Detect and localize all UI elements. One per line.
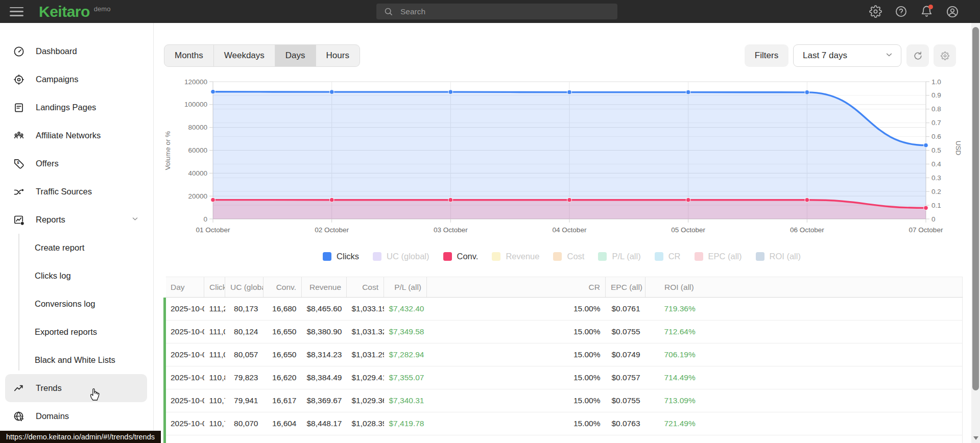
svg-text:01 October: 01 October [196,226,230,234]
table-row: 2025-10-01111,2180,17316,680$8,465.60$1,… [165,298,963,321]
cell-cost: $1,031.3216 [347,321,384,343]
cell-conv: 16,680 [264,298,302,321]
cell-uc-global: 44,457 [225,435,264,443]
sidebar-item-landings-pages[interactable]: Landings Pages [0,93,153,121]
legend-item-uc-global[interactable]: UC (global) [373,252,429,261]
sidebar-item-label: Reports [36,215,65,225]
app-logo[interactable]: Keitaro [39,0,90,23]
column-header-p-l-all[interactable]: P/L (all) [384,277,427,298]
cell-cost: $1,031.2928 [347,343,384,366]
sidebar-item-exported-reports[interactable]: Exported reports [0,318,153,346]
sidebar-item-clicks-log[interactable]: Clicks log [0,262,153,290]
cell-uc-global: 80,070 [225,412,264,435]
cell-day: 2025-10-01 [165,298,204,321]
global-search[interactable] [376,4,617,19]
sidebar-item-create-report[interactable]: Create report [0,234,153,262]
svg-text:0.9: 0.9 [931,91,941,99]
offers-icon: $ [13,158,25,170]
cell-cost: $597.0690 [347,435,384,443]
table-row: 2025-10-05110,7979,94116,617$8,369.67$1,… [165,389,963,412]
cell-cr: 15.00% [427,366,606,389]
sidebar-item-label: Domains [36,411,69,421]
svg-text:06 October: 06 October [790,226,824,234]
sidebar-item-black-and-white-lists[interactable]: Black and White Lists [0,346,153,374]
legend-item-p-l-all[interactable]: P/L (all) [598,252,640,261]
sidebar-item-conversions-log[interactable]: Conversions log [0,290,153,318]
user-icon [946,5,959,18]
column-header-revenue[interactable]: Revenue [302,277,347,298]
search-input[interactable] [399,7,617,17]
sidebar-item-label: Trends [36,383,62,393]
cell-uc-global: 80,057 [225,343,264,366]
help-button[interactable] [894,5,908,18]
trends-chart: 02000040000600008000010000012000000.10.2… [153,71,970,245]
date-range-select[interactable]: Last 7 days [793,44,901,67]
chart-settings-button[interactable] [934,44,956,67]
sidebar-item-campaigns[interactable]: Campaigns [0,65,153,93]
svg-text:05 October: 05 October [671,226,705,234]
tab-days[interactable]: Days [275,45,316,66]
legend-item-revenue[interactable]: Revenue [492,252,539,261]
notifications-button[interactable] [920,5,934,18]
cell-uc-global: 80,173 [225,298,264,321]
cell-revenue: $8,465.60 [302,298,347,321]
column-header-uc-global[interactable]: UC (global) [225,277,264,298]
legend-item-roi-all[interactable]: ROI (all) [756,252,801,261]
chevron-down-icon [885,51,893,61]
legend-item-cost[interactable]: Cost [553,252,584,261]
column-header-cr[interactable]: CR [427,277,606,298]
column-header-conv[interactable]: Conv. [264,277,302,298]
profile-button[interactable] [945,5,959,18]
sidebar-item-offers[interactable]: $Offers [0,150,153,178]
legend-swatch [443,252,452,261]
column-header-roi-all[interactable]: ROI (all) [646,277,963,298]
table-row: 2025-10-04110,8079,82316,620$8,384.49$1,… [165,366,963,389]
legend-item-conv[interactable]: Conv. [443,252,479,261]
legend-item-cr[interactable]: CR [655,252,681,261]
legend-item-epc-all[interactable]: EPC (all) [695,252,742,261]
sidebar-item-dashboard[interactable]: Dashboard [0,37,153,65]
legend-swatch [323,252,331,261]
legend-item-clicks[interactable]: Clicks [323,252,359,261]
svg-text:120000: 120000 [184,78,207,86]
cell-cr: 15.00% [427,321,606,343]
svg-text:0.7: 0.7 [931,119,941,127]
chevron-down-icon [131,215,139,225]
tab-months[interactable]: Months [164,45,214,66]
gear-icon [869,5,882,18]
page-scrollbar[interactable] [971,23,980,443]
legend-swatch [598,252,607,261]
sidebar-item-trends[interactable]: Trends [5,374,147,402]
topbar: Keitaro demo [0,0,980,23]
column-header-clicks[interactable]: Clicks [204,277,225,298]
cell-day: 2025-10-03 [165,343,204,366]
cell-day: 2025-10-02 [165,321,204,343]
column-header-epc-all[interactable]: EPC (all) [606,277,646,298]
svg-text:0.4: 0.4 [931,160,941,168]
cell-clicks: 110,70 [204,412,225,435]
cell-p-l-all: $7,432.40 [384,298,427,321]
filters-button[interactable]: Filters [745,44,788,67]
tab-hours[interactable]: Hours [316,45,360,66]
scrollbar-thumb[interactable] [972,27,979,390]
settings-button[interactable] [869,5,882,18]
cell-p-l-all: $7,340.31 [384,389,427,412]
search-icon [384,7,393,16]
svg-text:02 October: 02 October [315,226,349,234]
tab-weekdays[interactable]: Weekdays [214,45,275,66]
sidebar-item-domains[interactable]: Domains [0,402,153,430]
sidebar-item-reports[interactable]: Reports [0,206,153,234]
column-header-day[interactable]: Day [165,277,204,298]
granularity-tabs: MonthsWeekdaysDaysHours [164,44,360,67]
cell-revenue: $8,314.23 [302,343,347,366]
sidebar-item-traffic-sources[interactable]: Traffic Sources [0,178,153,206]
svg-text:0: 0 [931,215,936,223]
menu-toggle-icon[interactable] [10,7,23,16]
sidebar-item-affiliate-networks[interactable]: Affiliate Networks [0,121,153,150]
refresh-button[interactable] [906,44,929,67]
cell-epc-all: $0.0757 [606,366,646,389]
sidebar: DashboardCampaignsLandings PagesAffiliat… [0,23,154,443]
landings-icon [13,102,25,114]
column-header-cost[interactable]: Cost [347,277,384,298]
scroll-down-arrow-icon[interactable] [973,436,978,440]
